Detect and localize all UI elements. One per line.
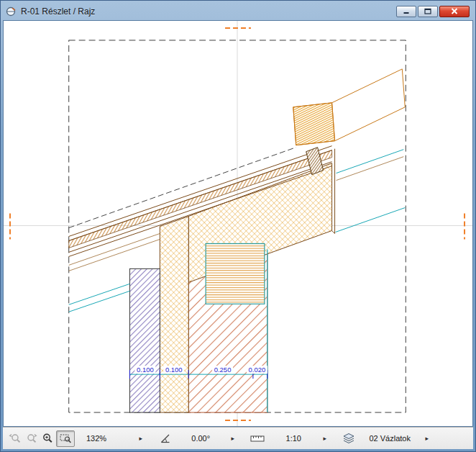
maximize-button[interactable]	[418, 6, 438, 17]
drawing-canvas[interactable]: 0.100 0.100 0.250 0.020	[3, 20, 473, 427]
expand-arrow-icon: ▸	[323, 435, 326, 442]
expand-arrow-icon: ▸	[231, 435, 234, 442]
detail-marker-icon	[5, 6, 17, 17]
scale-control[interactable]: 1:10 ▸	[247, 430, 329, 447]
detail-drawing: 0.100 0.100 0.250 0.020	[4, 21, 472, 426]
reference-lines-right	[336, 150, 406, 232]
zoom-box-button[interactable]	[56, 430, 75, 447]
angle-icon	[160, 433, 171, 444]
zoom-level-value: 132%	[86, 434, 106, 443]
minimize-button[interactable]	[396, 6, 416, 17]
wall-core-insulation	[160, 217, 188, 413]
zoom-in-button[interactable]	[40, 430, 56, 447]
dimension-label: 0.100	[165, 366, 183, 374]
expand-arrow-icon: ▸	[425, 435, 429, 442]
close-button[interactable]	[439, 6, 470, 17]
column-section	[129, 268, 160, 412]
titlebar[interactable]: R-01 Részlet / Rajz	[3, 2, 473, 20]
ruler-icon	[250, 433, 265, 443]
dimension-label: 0.250	[214, 366, 232, 374]
rotation-control[interactable]: 0.00° ▸	[157, 430, 237, 447]
rotation-value: 0.00°	[191, 434, 210, 443]
detail-drawing-window: R-01 Részlet / Rajz	[0, 0, 476, 452]
scale-value: 1:10	[286, 434, 301, 443]
dimension-label: 0.020	[249, 366, 266, 374]
zoom-previous-button[interactable]	[6, 430, 23, 447]
flue-duct	[293, 69, 406, 145]
zoom-level-control[interactable]: 132% ▸	[83, 430, 145, 447]
layers-icon	[342, 433, 355, 444]
dimension-label: 0.100	[137, 366, 154, 374]
window-title: R-01 Részlet / Rajz	[21, 6, 392, 17]
window-controls	[396, 6, 471, 17]
zoom-next-button[interactable]	[23, 430, 40, 447]
statusbar: 132% ▸ 0.00° ▸ 1:10 ▸	[3, 427, 473, 449]
rafter-section	[306, 148, 324, 175]
expand-arrow-icon: ▸	[139, 435, 142, 442]
lintel-beam	[206, 243, 265, 304]
layer-value: 02 Vázlatok	[369, 434, 410, 443]
layer-control[interactable]: 02 Vázlatok ▸	[339, 430, 431, 447]
